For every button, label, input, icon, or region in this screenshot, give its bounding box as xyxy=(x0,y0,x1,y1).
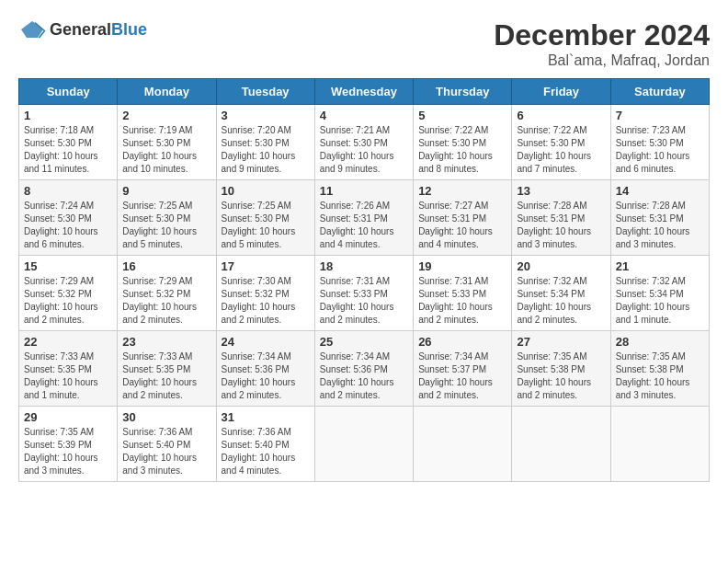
day-header-tuesday: Tuesday xyxy=(216,79,314,105)
day-number: 27 xyxy=(517,335,605,349)
calendar-cell xyxy=(512,407,610,482)
day-number: 12 xyxy=(418,184,506,198)
calendar-cell: 12Sunrise: 7:27 AMSunset: 5:31 PMDayligh… xyxy=(414,180,512,256)
day-number: 16 xyxy=(122,259,210,273)
calendar-cell: 6Sunrise: 7:22 AMSunset: 5:30 PMDaylight… xyxy=(512,105,610,180)
calendar-cell: 25Sunrise: 7:34 AMSunset: 5:36 PMDayligh… xyxy=(314,331,413,407)
calendar-cell: 13Sunrise: 7:28 AMSunset: 5:31 PMDayligh… xyxy=(512,180,610,256)
day-number: 10 xyxy=(222,184,310,198)
day-info: Sunrise: 7:34 AMSunset: 5:36 PMDaylight:… xyxy=(320,350,408,402)
day-header-sunday: Sunday xyxy=(19,79,118,105)
calendar-cell: 8Sunrise: 7:24 AMSunset: 5:30 PMDaylight… xyxy=(19,180,118,256)
calendar-cell: 31Sunrise: 7:36 AMSunset: 5:40 PMDayligh… xyxy=(216,407,314,482)
day-info: Sunrise: 7:35 AMSunset: 5:39 PMDaylight:… xyxy=(24,426,112,477)
logo-general: General xyxy=(50,20,111,39)
logo: GeneralBlue xyxy=(18,18,147,40)
calendar-cell: 11Sunrise: 7:26 AMSunset: 5:31 PMDayligh… xyxy=(314,180,413,256)
day-info: Sunrise: 7:35 AMSunset: 5:38 PMDaylight:… xyxy=(616,350,704,402)
calendar-cell: 18Sunrise: 7:31 AMSunset: 5:33 PMDayligh… xyxy=(314,256,413,331)
calendar-week-row: 8Sunrise: 7:24 AMSunset: 5:30 PMDaylight… xyxy=(19,180,710,256)
day-info: Sunrise: 7:31 AMSunset: 5:33 PMDaylight:… xyxy=(320,275,408,327)
day-number: 26 xyxy=(418,335,506,349)
calendar-cell: 4Sunrise: 7:21 AMSunset: 5:30 PMDaylight… xyxy=(314,105,413,180)
calendar-cell: 3Sunrise: 7:20 AMSunset: 5:30 PMDaylight… xyxy=(216,105,314,180)
calendar: SundayMondayTuesdayWednesdayThursdayFrid… xyxy=(18,78,710,482)
day-number: 17 xyxy=(222,259,310,273)
calendar-cell: 7Sunrise: 7:23 AMSunset: 5:30 PMDaylight… xyxy=(610,105,709,180)
day-info: Sunrise: 7:21 AMSunset: 5:30 PMDaylight:… xyxy=(320,124,408,176)
calendar-cell: 22Sunrise: 7:33 AMSunset: 5:35 PMDayligh… xyxy=(19,331,118,407)
day-info: Sunrise: 7:29 AMSunset: 5:32 PMDaylight:… xyxy=(24,275,112,327)
day-info: Sunrise: 7:20 AMSunset: 5:30 PMDaylight:… xyxy=(222,124,310,176)
day-number: 13 xyxy=(517,184,605,198)
day-number: 18 xyxy=(320,259,408,273)
day-info: Sunrise: 7:35 AMSunset: 5:38 PMDaylight:… xyxy=(517,350,605,402)
logo-blue: Blue xyxy=(111,20,147,39)
day-info: Sunrise: 7:34 AMSunset: 5:36 PMDaylight:… xyxy=(222,350,310,402)
day-number: 1 xyxy=(24,109,112,122)
day-number: 5 xyxy=(418,109,506,122)
calendar-cell: 26Sunrise: 7:34 AMSunset: 5:37 PMDayligh… xyxy=(414,331,512,407)
day-number: 25 xyxy=(320,335,408,349)
day-info: Sunrise: 7:32 AMSunset: 5:34 PMDaylight:… xyxy=(616,275,704,327)
day-info: Sunrise: 7:25 AMSunset: 5:30 PMDaylight:… xyxy=(122,200,210,251)
day-number: 4 xyxy=(320,109,408,122)
calendar-cell xyxy=(414,407,512,482)
logo-text: GeneralBlue xyxy=(50,20,147,40)
day-info: Sunrise: 7:25 AMSunset: 5:30 PMDaylight:… xyxy=(222,200,310,251)
day-info: Sunrise: 7:24 AMSunset: 5:30 PMDaylight:… xyxy=(24,200,112,251)
day-header-wednesday: Wednesday xyxy=(314,79,413,105)
location-title: Bal`ama, Mafraq, Jordan xyxy=(494,52,710,69)
day-info: Sunrise: 7:27 AMSunset: 5:31 PMDaylight:… xyxy=(418,200,506,251)
calendar-cell: 5Sunrise: 7:22 AMSunset: 5:30 PMDaylight… xyxy=(414,105,512,180)
day-number: 31 xyxy=(222,410,310,424)
calendar-cell: 14Sunrise: 7:28 AMSunset: 5:31 PMDayligh… xyxy=(610,180,709,256)
calendar-cell: 2Sunrise: 7:19 AMSunset: 5:30 PMDaylight… xyxy=(118,105,216,180)
day-header-thursday: Thursday xyxy=(414,79,512,105)
day-info: Sunrise: 7:36 AMSunset: 5:40 PMDaylight:… xyxy=(222,426,310,477)
day-info: Sunrise: 7:34 AMSunset: 5:37 PMDaylight:… xyxy=(418,350,506,402)
day-number: 7 xyxy=(616,109,704,122)
day-number: 19 xyxy=(418,259,506,273)
day-info: Sunrise: 7:22 AMSunset: 5:30 PMDaylight:… xyxy=(517,124,605,176)
calendar-cell: 16Sunrise: 7:29 AMSunset: 5:32 PMDayligh… xyxy=(118,256,216,331)
calendar-cell: 15Sunrise: 7:29 AMSunset: 5:32 PMDayligh… xyxy=(19,256,118,331)
day-info: Sunrise: 7:28 AMSunset: 5:31 PMDaylight:… xyxy=(616,200,704,251)
day-header-saturday: Saturday xyxy=(610,79,709,105)
day-number: 15 xyxy=(24,259,112,273)
title-area: December 2024 Bal`ama, Mafraq, Jordan xyxy=(494,18,710,69)
day-info: Sunrise: 7:28 AMSunset: 5:31 PMDaylight:… xyxy=(517,200,605,251)
calendar-cell: 1Sunrise: 7:18 AMSunset: 5:30 PMDaylight… xyxy=(19,105,118,180)
day-number: 28 xyxy=(616,335,704,349)
calendar-cell xyxy=(610,407,709,482)
calendar-cell: 20Sunrise: 7:32 AMSunset: 5:34 PMDayligh… xyxy=(512,256,610,331)
calendar-cell: 17Sunrise: 7:30 AMSunset: 5:32 PMDayligh… xyxy=(216,256,314,331)
day-number: 3 xyxy=(222,109,310,122)
day-info: Sunrise: 7:26 AMSunset: 5:31 PMDaylight:… xyxy=(320,200,408,251)
calendar-week-row: 15Sunrise: 7:29 AMSunset: 5:32 PMDayligh… xyxy=(19,256,710,331)
day-info: Sunrise: 7:30 AMSunset: 5:32 PMDaylight:… xyxy=(222,275,310,327)
day-info: Sunrise: 7:33 AMSunset: 5:35 PMDaylight:… xyxy=(24,350,112,402)
calendar-cell: 30Sunrise: 7:36 AMSunset: 5:40 PMDayligh… xyxy=(118,407,216,482)
day-info: Sunrise: 7:23 AMSunset: 5:30 PMDaylight:… xyxy=(616,124,704,176)
day-number: 14 xyxy=(616,184,704,198)
day-number: 21 xyxy=(616,259,704,273)
day-header-monday: Monday xyxy=(118,79,216,105)
calendar-cell: 9Sunrise: 7:25 AMSunset: 5:30 PMDaylight… xyxy=(118,180,216,256)
calendar-week-row: 1Sunrise: 7:18 AMSunset: 5:30 PMDaylight… xyxy=(19,105,710,180)
day-info: Sunrise: 7:32 AMSunset: 5:34 PMDaylight:… xyxy=(517,275,605,327)
calendar-cell: 19Sunrise: 7:31 AMSunset: 5:33 PMDayligh… xyxy=(414,256,512,331)
calendar-header-row: SundayMondayTuesdayWednesdayThursdayFrid… xyxy=(19,79,710,105)
calendar-cell: 10Sunrise: 7:25 AMSunset: 5:30 PMDayligh… xyxy=(216,180,314,256)
day-number: 24 xyxy=(222,335,310,349)
day-info: Sunrise: 7:36 AMSunset: 5:40 PMDaylight:… xyxy=(122,426,210,477)
day-number: 2 xyxy=(122,109,210,122)
calendar-week-row: 22Sunrise: 7:33 AMSunset: 5:35 PMDayligh… xyxy=(19,331,710,407)
calendar-week-row: 29Sunrise: 7:35 AMSunset: 5:39 PMDayligh… xyxy=(19,407,710,482)
calendar-cell: 27Sunrise: 7:35 AMSunset: 5:38 PMDayligh… xyxy=(512,331,610,407)
calendar-cell: 24Sunrise: 7:34 AMSunset: 5:36 PMDayligh… xyxy=(216,331,314,407)
day-number: 23 xyxy=(122,335,210,349)
calendar-cell xyxy=(314,407,413,482)
calendar-cell: 29Sunrise: 7:35 AMSunset: 5:39 PMDayligh… xyxy=(19,407,118,482)
calendar-cell: 23Sunrise: 7:33 AMSunset: 5:35 PMDayligh… xyxy=(118,331,216,407)
